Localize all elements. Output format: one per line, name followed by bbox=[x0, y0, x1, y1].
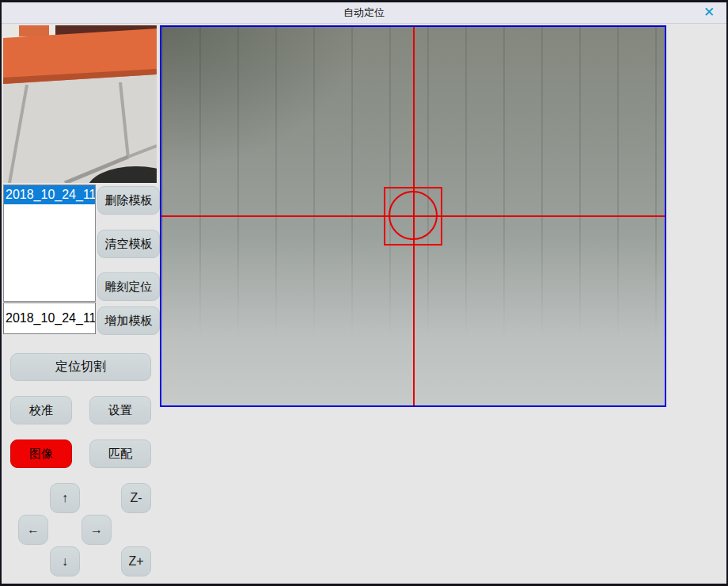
jog-right-button[interactable]: → bbox=[82, 515, 112, 545]
match-roi-circle bbox=[389, 191, 438, 240]
settings-button[interactable]: 设置 bbox=[89, 396, 151, 424]
match-button[interactable]: 匹配 bbox=[89, 440, 151, 468]
jog-down-button[interactable]: ↓ bbox=[50, 546, 80, 576]
template-name-input[interactable]: 2018_10_24_11 bbox=[3, 303, 96, 334]
calibrate-button[interactable]: 校准 bbox=[10, 396, 72, 424]
title-bar: 自动定位 ✕ bbox=[2, 2, 726, 24]
jog-z-minus-button[interactable]: Z- bbox=[121, 483, 151, 513]
template-thumbnail bbox=[3, 25, 157, 183]
page-title: 自动定位 bbox=[2, 2, 726, 23]
clear-template-button[interactable]: 清空模板 bbox=[97, 230, 160, 258]
camera-view bbox=[160, 25, 666, 407]
add-template-button[interactable]: 增加模板 bbox=[97, 306, 160, 335]
image-button[interactable]: 图像 bbox=[10, 440, 72, 468]
jog-z-plus-button[interactable]: Z+ bbox=[121, 546, 151, 576]
thumbnail-image bbox=[3, 25, 157, 183]
delete-template-button[interactable]: 删除模板 bbox=[97, 186, 160, 215]
auto-position-dialog: 自动定位 ✕ 2018_10_24_11 2018_10_24_11 bbox=[0, 0, 728, 586]
close-icon[interactable]: ✕ bbox=[700, 4, 719, 21]
engrave-position-button[interactable]: 雕刻定位 bbox=[97, 272, 160, 301]
position-cut-button[interactable]: 定位切割 bbox=[10, 353, 151, 381]
jog-left-button[interactable]: ← bbox=[18, 515, 48, 545]
jog-up-button[interactable]: ↑ bbox=[50, 483, 80, 513]
list-item[interactable]: 2018_10_24_11 bbox=[4, 185, 95, 204]
template-list[interactable]: 2018_10_24_11 bbox=[3, 185, 96, 302]
